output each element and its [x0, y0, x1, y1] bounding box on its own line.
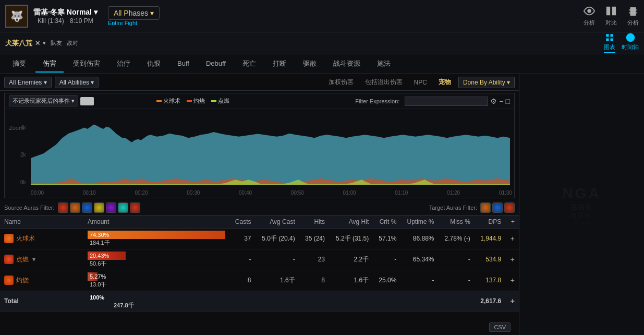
- chart-view-button[interactable]: 图表: [604, 33, 615, 53]
- ignite-expand-button[interactable]: +: [511, 255, 515, 264]
- target-aura-icon-1[interactable]: [480, 202, 491, 213]
- target-auras-label: Target Auras Filter:: [429, 205, 477, 211]
- ignite-chevron[interactable]: ▾: [32, 256, 35, 263]
- scorch-dps: 137.8: [475, 270, 505, 291]
- tab-summary[interactable]: 摘要: [5, 56, 33, 73]
- filter-expr-input[interactable]: [405, 97, 488, 106]
- toggle-button[interactable]: [80, 97, 94, 105]
- legend-fireball-color: [156, 100, 162, 102]
- done-by-ability-button[interactable]: Done By Ability ▾: [458, 77, 515, 88]
- amount-cell-fireball: 74.30% 184.1千: [83, 228, 229, 249]
- all-abilities-button[interactable]: All Abilities ▾: [55, 77, 99, 88]
- kill-label: Kill (1:34): [38, 17, 64, 25]
- scorch-avg-hit: 1.6千: [329, 270, 373, 291]
- ignite-uptime: 65.34%: [400, 249, 438, 270]
- tab-dispel[interactable]: 驱散: [296, 56, 324, 73]
- tab-interrupt[interactable]: 打断: [265, 56, 294, 73]
- all-enemies-button[interactable]: All Enemies ▾: [4, 77, 52, 88]
- tab-damage[interactable]: 伤害: [35, 56, 64, 73]
- incl-overflow-button[interactable]: 包括溢出伤害: [361, 76, 407, 88]
- total-crit: [373, 291, 400, 312]
- total-expand-button[interactable]: +: [511, 297, 515, 305]
- table-row: 点燃 ▾ 20.43% 50.6千 - -: [0, 249, 519, 270]
- aura-icon-7[interactable]: [130, 202, 140, 213]
- player-chevron[interactable]: ▾: [43, 40, 45, 46]
- aura-icon-3[interactable]: [82, 202, 92, 213]
- aura-icon-2[interactable]: [70, 202, 80, 213]
- total-row: Total 100% 247.8千: [0, 291, 519, 312]
- svg-rect-2: [612, 7, 616, 16]
- tab-death[interactable]: 死亡: [235, 56, 263, 73]
- total-avg-cast: [256, 291, 299, 312]
- total-avg-hit: [329, 291, 373, 312]
- fireball-miss: 2.78% (-): [438, 228, 474, 249]
- weighted-dmg-button[interactable]: 加权伤害: [324, 76, 358, 88]
- tab-debuff[interactable]: Debuff: [199, 56, 233, 71]
- fireball-hits: 35 (24): [299, 228, 329, 249]
- col-uptime: Uptime %: [400, 216, 438, 229]
- phase-button[interactable]: All Phases ▾: [108, 6, 160, 20]
- tab-buff[interactable]: Buff: [170, 56, 197, 71]
- scorch-crit: 25.0%: [373, 270, 400, 291]
- col-avg-cast: Avg Cast: [256, 216, 299, 229]
- tab-resources[interactable]: 战斗资源: [326, 56, 368, 73]
- tab-damage-taken[interactable]: 受到伤害: [66, 56, 107, 73]
- minus-icon[interactable]: −: [499, 97, 503, 105]
- scorch-name[interactable]: 灼烧: [16, 276, 29, 285]
- svg-point-0: [587, 9, 591, 13]
- ignite-miss: -: [438, 249, 474, 270]
- enemy-label[interactable]: 敌对: [67, 40, 78, 46]
- scorch-icon: [4, 276, 14, 285]
- time-label: 8:10 PM: [70, 17, 93, 25]
- total-miss: [438, 291, 474, 312]
- nav-puzzle-icon[interactable]: 分析: [627, 5, 639, 27]
- tab-healing[interactable]: 治疗: [110, 56, 138, 73]
- legend-ignite: 点燃: [211, 97, 229, 105]
- nav-analyze-icon[interactable]: 分析: [584, 5, 595, 27]
- aura-icon-6[interactable]: [118, 202, 128, 213]
- ignite-name[interactable]: 点燃: [16, 255, 29, 264]
- scorch-expand-button[interactable]: +: [511, 276, 515, 284]
- x-axis: 00:00 00:10 00:20 00:30 00:40 00:50 01:0…: [31, 190, 512, 196]
- settings-icon[interactable]: ⚙: [490, 97, 497, 105]
- target-aura-icon-2[interactable]: [492, 202, 503, 213]
- svg-rect-3: [606, 34, 609, 37]
- npc-button[interactable]: NPC: [410, 77, 431, 88]
- left-panel: All Enemies ▾ All Abilities ▾ 加权伤害 包括溢出伤…: [0, 74, 519, 335]
- col-hits: Hits: [299, 216, 329, 229]
- data-table-scroll[interactable]: Name Amount Casts Avg Cast Hits Avg Hit …: [0, 216, 519, 320]
- event-filter-button[interactable]: 不记录玩家死后的事件 ▾: [9, 95, 78, 106]
- tab-threat[interactable]: 仇恨: [140, 56, 168, 73]
- ignite-crit: -: [373, 249, 400, 270]
- phase-label: All Phases ▾: [114, 9, 154, 17]
- target-aura-icons: [480, 202, 515, 213]
- aura-icon-5[interactable]: [106, 202, 116, 213]
- friend-label[interactable]: 队友: [51, 40, 62, 46]
- timeline-label: 时间轴: [622, 43, 639, 51]
- svg-rect-4: [611, 34, 613, 37]
- target-aura-icon-3[interactable]: [504, 202, 515, 213]
- scorch-hits: 8: [299, 270, 329, 291]
- ignite-hits: 23: [299, 249, 329, 270]
- timeline-view-button[interactable]: 时间轴: [622, 33, 639, 53]
- table-body: 火球术 74.30% 184.1千 37 5.0千 (20.4): [0, 228, 519, 312]
- controls-row: All Enemies ▾ All Abilities ▾ 加权伤害 包括溢出伤…: [0, 74, 519, 91]
- fireball-name[interactable]: 火球术: [16, 234, 35, 243]
- aura-icon-1[interactable]: [58, 202, 68, 213]
- fireball-expand-button[interactable]: +: [511, 234, 515, 243]
- boss-name[interactable]: 雷基·冬寒 Normal ▾: [33, 8, 98, 17]
- nav-compare-icon[interactable]: 对比: [605, 5, 617, 27]
- aura-icon-4[interactable]: [94, 202, 104, 213]
- maximize-icon[interactable]: □: [506, 97, 510, 105]
- fireball-avg-cast: 5.0千 (20.4): [256, 228, 299, 249]
- pet-button[interactable]: 宠物: [434, 76, 455, 88]
- tab-casts[interactable]: 施法: [370, 56, 398, 73]
- remove-player-button[interactable]: ✕: [35, 40, 40, 47]
- total-dps: 2,617.6: [475, 291, 505, 312]
- fireball-avg-hit: 5.2千 (31.5): [329, 228, 373, 249]
- csv-button[interactable]: CSV: [489, 322, 511, 332]
- boss-avatar: 🐺: [5, 5, 28, 28]
- right-panel: NGA BBS .NGA. C...: [519, 74, 644, 335]
- table-header: Name Amount Casts Avg Cast Hits Avg Hit …: [0, 216, 519, 229]
- total-label: Total: [0, 291, 83, 312]
